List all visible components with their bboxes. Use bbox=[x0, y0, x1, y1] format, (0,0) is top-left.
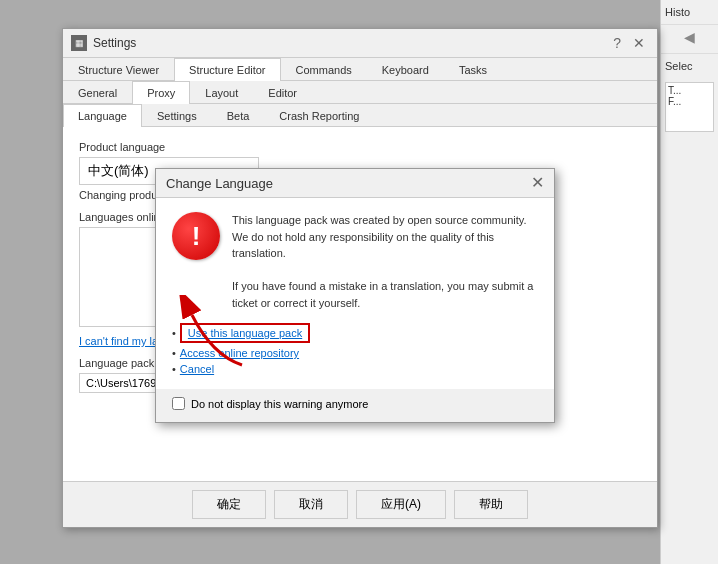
dialog-body: ! This language pack was created by open… bbox=[156, 198, 554, 389]
dialog-title: Change Language bbox=[166, 176, 273, 191]
right-panel-box: T... F... bbox=[665, 82, 714, 132]
apply-button[interactable]: 应用(A) bbox=[356, 490, 446, 519]
help-button[interactable]: 帮助 bbox=[454, 490, 528, 519]
settings-app-icon: ▦ bbox=[71, 35, 87, 51]
window-controls: ? ✕ bbox=[609, 35, 649, 51]
tab-general[interactable]: General bbox=[63, 81, 132, 104]
confirm-button[interactable]: 确定 bbox=[192, 490, 266, 519]
product-language-label: Product language bbox=[79, 141, 641, 153]
tab-structure-editor[interactable]: Structure Editor bbox=[174, 58, 280, 81]
cancel-link[interactable]: Cancel bbox=[180, 363, 214, 375]
use-language-pack-button[interactable]: Use this language pack bbox=[180, 323, 310, 343]
settings-titlebar: ▦ Settings ? ✕ bbox=[63, 29, 657, 58]
cancel-button[interactable]: 取消 bbox=[274, 490, 348, 519]
tab-keyboard[interactable]: Keyboard bbox=[367, 58, 444, 81]
tab-editor[interactable]: Editor bbox=[253, 81, 312, 104]
dialog-warning-text: This language pack was created by open s… bbox=[232, 212, 538, 311]
tab-beta[interactable]: Beta bbox=[212, 104, 265, 127]
access-repo-item: Access online repository bbox=[172, 347, 538, 359]
dont-show-warning-label: Do not display this warning anymore bbox=[191, 398, 368, 410]
dont-show-warning-checkbox[interactable] bbox=[172, 397, 185, 410]
histo-label: Histo bbox=[661, 0, 718, 25]
tab-layout[interactable]: Layout bbox=[190, 81, 253, 104]
change-language-dialog: Change Language ✕ ! This language pack w… bbox=[155, 168, 555, 423]
dialog-titlebar: Change Language ✕ bbox=[156, 169, 554, 198]
settings-title-text: Settings bbox=[93, 36, 136, 50]
access-online-repo-link[interactable]: Access online repository bbox=[180, 347, 299, 359]
warning-text-2: If you have found a mistake in a transla… bbox=[232, 278, 538, 311]
warning-icon-container: ! bbox=[172, 212, 220, 311]
settings-help-button[interactable]: ? bbox=[609, 35, 625, 51]
tab-row-2: General Proxy Layout Editor bbox=[63, 81, 657, 104]
dialog-footer: Do not display this warning anymore bbox=[156, 389, 554, 422]
tab-settings[interactable]: Settings bbox=[142, 104, 212, 127]
settings-footer: 确定 取消 应用(A) 帮助 bbox=[63, 481, 657, 527]
dialog-links: Use this language pack Access online rep… bbox=[172, 323, 538, 375]
dialog-close-button[interactable]: ✕ bbox=[531, 175, 544, 191]
warning-text-1: This language pack was created by open s… bbox=[232, 212, 538, 262]
right-panel: Histo ◀ Selec T... F... bbox=[660, 0, 718, 564]
tab-structure-viewer[interactable]: Structure Viewer bbox=[63, 58, 174, 81]
tab-language[interactable]: Language bbox=[63, 104, 142, 127]
dialog-top-row: ! This language pack was created by open… bbox=[172, 212, 538, 311]
settings-title-group: ▦ Settings bbox=[71, 35, 136, 51]
tab-proxy[interactable]: Proxy bbox=[132, 81, 190, 104]
tab-tasks[interactable]: Tasks bbox=[444, 58, 502, 81]
right-panel-arrow: ◀ bbox=[661, 25, 718, 49]
tab-commands[interactable]: Commands bbox=[281, 58, 367, 81]
tab-crash-reporting[interactable]: Crash Reporting bbox=[264, 104, 374, 127]
tab-row-3: Language Settings Beta Crash Reporting bbox=[63, 104, 657, 127]
dont-show-warning-row: Do not display this warning anymore bbox=[172, 397, 368, 410]
tab-row-1: Structure Viewer Structure Editor Comman… bbox=[63, 58, 657, 81]
settings-close-button[interactable]: ✕ bbox=[629, 35, 649, 51]
cancel-link-item: Cancel bbox=[172, 363, 538, 375]
warning-icon: ! bbox=[172, 212, 220, 260]
use-lang-pack-item: Use this language pack bbox=[172, 323, 538, 343]
select-label: Selec bbox=[661, 53, 718, 78]
